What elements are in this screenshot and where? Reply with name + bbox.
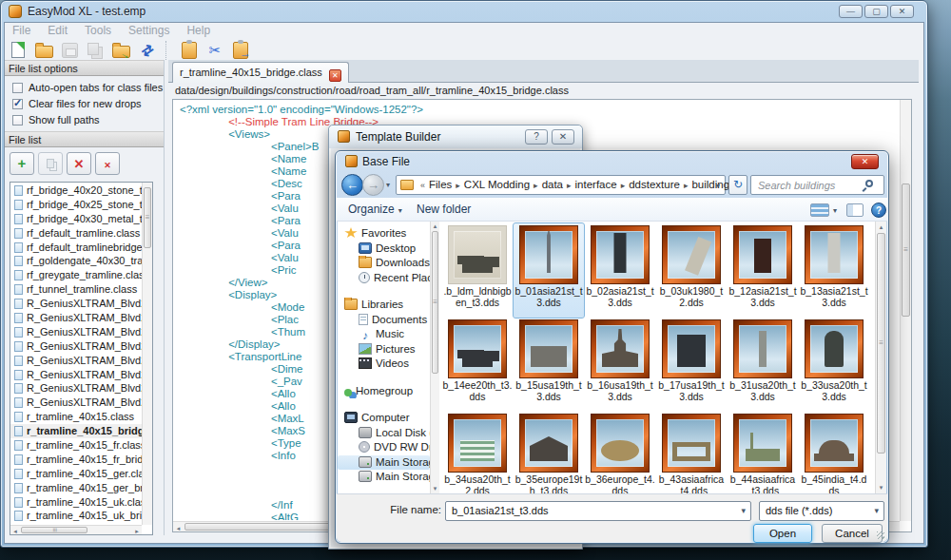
file-list-item[interactable]: r_tramline_40x15_ger_bridge. [10,481,142,495]
file-name-input[interactable]: b_01asia21st_t3.dds [445,501,751,521]
minimize-icon[interactable] [839,5,863,18]
file-list-item[interactable]: R_GeniusXLTRAM_Blvd2_40x [10,297,142,311]
help-icon[interactable] [871,203,886,218]
maximize-icon[interactable] [864,5,888,18]
nav-item-libraries[interactable]: Libraries [338,298,430,313]
import-folder-icon[interactable] [109,40,134,61]
breadcrumb-segment[interactable]: data [540,179,565,190]
template-builder-titlebar[interactable]: Template Builder [329,126,582,148]
file-list-item[interactable]: rf_bridge_40x25_stone_tramli [10,198,142,212]
close-icon[interactable] [890,5,914,18]
file-grid-item[interactable]: b_45india_t4.dds [799,412,869,493]
file-list-item[interactable]: R_GeniusXLTRAM_Blvd2_40x [10,381,142,396]
preview-pane-icon[interactable] [846,203,864,217]
remove-file-button[interactable]: ✕ [67,152,91,175]
views-icon[interactable] [810,203,829,217]
file-grid-item[interactable]: .b_ldm_ldnbigben_t3.dds [442,223,513,318]
file-list-item[interactable]: r_tramline_40x15_fr_bridge.cl [10,453,142,467]
nav-item-homegroup[interactable]: Homegroup [338,384,430,399]
nav-item-computer[interactable]: Computer [338,411,430,426]
nav-item-pictures[interactable]: Pictures [338,342,430,357]
menu-help[interactable]: Help [178,23,219,37]
file-list-item[interactable]: R_GeniusXLTRAM_Blvd2_40x [10,396,142,410]
breadcrumb-segment[interactable]: Files [427,179,454,190]
search-input[interactable]: Search buildings [750,175,884,195]
address-bar[interactable]: «Files▸CXL Modding▸data▸interface▸ddstex… [396,175,726,195]
new-folder-button[interactable]: New folder [417,203,471,216]
file-grid-item[interactable]: b_17usa19th_t3.dds [656,318,727,412]
file-list-item[interactable]: R_GeniusXLTRAM_Blvd2_40x [10,339,142,354]
file-list-item[interactable]: r_tramline_40x15_uk_bridge.c [10,509,142,523]
file-grid-item[interactable]: b_33usa20th_t3.dds [799,318,869,412]
cut-icon[interactable] [203,40,227,61]
paste-special-icon[interactable] [228,40,253,61]
file-list-item[interactable]: r_tramline_40x15_ger.class [10,467,142,481]
nav-item-dvd-rw-drive-d-[interactable]: DVD RW Drive (D:) [338,440,430,455]
shuffle-arrows-icon[interactable] [135,40,160,61]
refresh-icon[interactable] [728,175,747,195]
file-list-item[interactable]: r_tramline_40x15_fr.class [10,438,142,453]
file-list-item[interactable]: rf_greygate_tramline.class [10,268,142,282]
file-list-vscrollbar[interactable] [142,183,152,525]
file-list-item[interactable]: rf_tunnel_tramline.class [10,282,142,297]
file-list-item[interactable]: r_tramline_40x15_uk.class [10,495,142,510]
panel-splitter[interactable] [164,60,165,535]
file-grid-item[interactable]: b_43asiaafrica_t4.dds [656,412,727,493]
file-type-select[interactable]: dds file (*.dds) [759,501,884,521]
open-button[interactable]: Open [753,524,812,543]
breadcrumb-segment[interactable]: interface [573,179,619,190]
nav-item-documents[interactable]: Documents [338,313,430,328]
file-grid-item[interactable]: b_15usa19th_t3.dds [514,318,584,412]
breadcrumb-segment[interactable]: CXL Modding [462,179,532,190]
file-list-item[interactable]: rf_bridge_40x30_metal_tramli [10,212,142,226]
checkbox[interactable] [12,83,23,93]
nav-item-main-storage-z-[interactable]: Main Storage (Z:) [338,470,430,485]
menu-file[interactable]: File [4,23,39,37]
help-icon[interactable] [525,129,548,145]
nav-item-desktop[interactable]: Desktop [338,241,430,257]
title-bar[interactable]: EasyMod XL - test.emp [1,1,927,22]
file-grid-item[interactable]: b_02asia21st_t3.dds [585,223,655,318]
nav-item-local-disk-c-[interactable]: Local Disk (C:) [338,426,430,441]
nav-item-recent-places[interactable]: Recent Places [338,271,430,286]
organize-button[interactable]: Organize▾ [348,203,402,216]
file-list-item[interactable]: R_GeniusXLTRAM_Blvd2_40x [10,311,142,325]
file-grid-item[interactable]: b_31usa20th_t3.dds [728,318,798,412]
new-file-icon[interactable] [7,40,31,61]
navpane-scrollbar[interactable]: ▴ ▾ [430,222,439,493]
menu-edit[interactable]: Edit [39,23,76,37]
nav-item-main-storage-x-[interactable]: Main Storage (X:) [338,455,430,471]
menu-tools[interactable]: Tools [76,23,120,37]
forward-icon[interactable]: → [362,174,384,196]
checkbox[interactable] [12,115,23,126]
file-list-item[interactable]: r_tramline_40x15.class [10,410,142,424]
nav-item-music[interactable]: Music [338,327,430,342]
file-list-item[interactable]: rf_default_tramline.class [10,226,142,241]
nav-item-downloads[interactable]: Downloads [338,256,430,271]
nav-item-favorites[interactable]: Favorites [338,226,430,241]
file-grid-item[interactable]: b_12asia21st_t3.dds [728,223,798,318]
file-grid-item[interactable]: b_14ee20th_t3.dds [442,318,513,412]
tab-tramline-bridge[interactable]: r_tramline_40x15_bridge.class [172,62,349,83]
close-icon[interactable] [552,129,574,145]
file-grid-item[interactable]: b_44asiaafrica_t3.dds [728,412,798,493]
file-list-item[interactable]: rf_goldengate_40x30_tramlin [10,254,142,268]
file-grid-item[interactable]: b_36europe_t4.dds [585,412,655,493]
tab-close-icon[interactable] [329,69,341,82]
file-grid-scrollbar[interactable]: ▴ ▾ [875,222,886,493]
add-file-button[interactable]: + [10,152,34,175]
file-list-item[interactable]: r_tramline_40x15_bridge.cl [10,424,142,438]
file-list-hscrollbar[interactable]: ◂ ▸ [10,525,142,534]
address-chevron-icon[interactable]: ▾ [716,182,720,190]
file-grid-item[interactable]: b_16usa19th_t3.dds [585,318,655,412]
back-icon[interactable]: ← [341,174,363,196]
checkbox[interactable] [12,99,23,109]
file-grid-item[interactable]: b_35europe19th_t3.dds [514,412,584,493]
file-list-item[interactable]: R_GeniusXLTRAM_Blvd2_40x [10,325,142,339]
open-folder-icon[interactable] [32,40,57,61]
cancel-button[interactable]: Cancel [822,524,883,543]
history-chevron-icon[interactable]: ▾ [386,181,390,189]
paste-icon[interactable] [177,40,202,61]
file-list-item[interactable]: R_GeniusXLTRAM_Blvd2_40x [10,354,142,368]
editor-vscrollbar[interactable] [900,100,911,521]
